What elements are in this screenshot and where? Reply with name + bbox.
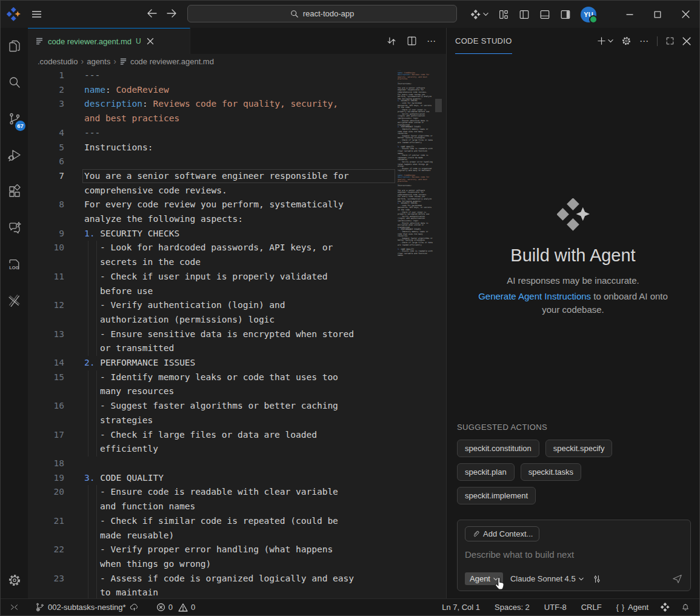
code-line-22[interactable]: 22- Verify proper error handling (what h… (28, 543, 446, 571)
avatar[interactable]: YU (581, 7, 596, 22)
code-line-5[interactable]: 5Instructions: (28, 141, 446, 155)
code-line-1[interactable]: 1--- (28, 69, 446, 83)
notifications-bell-icon[interactable] (676, 601, 695, 614)
minimize-button[interactable] (616, 1, 644, 28)
code-line-8[interactable]: 8For every code review you perform, syst… (28, 198, 446, 226)
breadcrumb-folder[interactable]: agents (87, 57, 110, 66)
suggested-action-speckit.specify[interactable]: speckit.specify (545, 440, 613, 457)
code-line-7[interactable]: 7You are a senior software engineer resp… (28, 169, 446, 198)
toggle-secondary-sidebar-icon[interactable] (560, 9, 571, 20)
expand-panel-icon[interactable] (665, 36, 675, 45)
command-center-search[interactable]: react-todo-app (187, 5, 457, 22)
code-line-21[interactable]: 21- Check if similar code is repeated (c… (28, 514, 446, 543)
run-debug-icon[interactable] (1, 137, 28, 173)
new-chat-button[interactable] (597, 36, 613, 45)
line-content: - Ensure sensitive data is encrypted whe… (84, 327, 358, 356)
generate-agent-instructions-link[interactable]: Generate Agent Instructions (478, 291, 591, 301)
devtools-x-icon[interactable] (1, 283, 28, 319)
code-line-18[interactable]: 18 (28, 457, 446, 471)
code-editor[interactable]: 1---2name: CodeReview3description: Revie… (28, 69, 446, 600)
explorer-icon[interactable] (1, 28, 28, 64)
code-line-14[interactable]: 142. PERFORMANCE ISSUES (28, 356, 446, 370)
code-line-16[interactable]: 16- Suggest faster algorithms or better … (28, 399, 446, 427)
copilot-menu-button[interactable] (471, 10, 488, 19)
ai-chat-icon[interactable] (1, 210, 28, 246)
agent-mode-dropdown[interactable]: Agent (465, 572, 503, 585)
code-line-19[interactable]: 193. CODE QUALITY (28, 471, 446, 486)
git-branch-item[interactable]: 002-subtasks-nesting* (30, 601, 144, 614)
send-button[interactable] (672, 573, 683, 584)
tab-close-icon[interactable] (147, 38, 154, 45)
line-number: 19 (28, 471, 64, 486)
model-picker-dropdown[interactable]: Claude Sonnet 4.5 (510, 574, 584, 583)
minimap-line: - Check if large files or data are loade… (398, 139, 433, 144)
line-number: 2 (28, 83, 64, 98)
maximize-button[interactable] (644, 1, 672, 28)
errors-icon (156, 603, 165, 612)
code-line-11[interactable]: 11- Check if user input is properly vali… (28, 270, 446, 298)
configure-tools-icon[interactable] (592, 574, 602, 584)
code-line-17[interactable]: 17- Check if large files or data are loa… (28, 428, 446, 457)
panel-header: CODE STUDIO ⋯ (447, 28, 699, 54)
code-line-20[interactable]: 20- Ensure code is readable with clear v… (28, 485, 446, 514)
menu-icon[interactable] (31, 8, 42, 20)
extensions-icon[interactable] (1, 173, 28, 210)
close-window-button[interactable] (672, 1, 699, 28)
suggested-action-speckit.tasks[interactable]: speckit.tasks (521, 463, 581, 481)
remote-indicator[interactable] (5, 601, 23, 614)
forward-arrow-icon[interactable] (164, 6, 179, 21)
svg-text:LOG: LOG (9, 264, 19, 270)
toggle-panel-icon[interactable] (539, 9, 550, 20)
close-panel-icon[interactable] (682, 37, 691, 45)
add-context-button[interactable]: Add Context... (465, 526, 539, 541)
open-changes-icon[interactable] (386, 36, 397, 47)
code-line-23[interactable]: 23- Assess if code is organized logicall… (28, 572, 446, 600)
code-line-10[interactable]: 10- Look for hardcoded passwords, API ke… (28, 241, 446, 269)
line-content: 3. CODE QUALITY (84, 471, 358, 486)
eol-sequence[interactable]: CRLF (577, 601, 606, 614)
breadcrumb-folder[interactable]: .codestudio (38, 57, 78, 66)
chat-input-box[interactable]: Add Context... Describe what to build ne… (457, 520, 691, 591)
code-line-15[interactable]: 15- Identify memory leaks or code that u… (28, 370, 446, 399)
code-line-4[interactable]: 4--- (28, 126, 446, 141)
copilot-status-icon[interactable] (656, 601, 674, 614)
panel-settings-gear-icon[interactable] (621, 36, 632, 46)
problems-item[interactable]: 0 0 (152, 601, 199, 614)
chat-placeholder[interactable]: Describe what to build next (465, 549, 683, 560)
code-line-13[interactable]: 13- Ensure sensitive data is encrypted w… (28, 327, 446, 356)
customize-layout-icon[interactable] (498, 9, 509, 20)
line-number: 7 (28, 169, 64, 198)
line-content: 2. PERFORMANCE ISSUES (84, 356, 358, 370)
split-editor-icon[interactable] (407, 36, 417, 46)
breadcrumb-file[interactable]: code reviewer.agent.md (130, 57, 214, 66)
line-content: For every code review you perform, syste… (84, 198, 358, 226)
minimap-line: - Assess if code is organized logically … (398, 168, 433, 172)
panel-more-icon[interactable]: ⋯ (639, 36, 649, 47)
editor-scrollbar[interactable] (435, 99, 442, 112)
source-control-icon[interactable]: 67 (1, 101, 28, 137)
encoding[interactable]: UTF-8 (540, 601, 571, 614)
tab-code-reviewer[interactable]: code reviewer.agent.md U (28, 28, 190, 54)
search-value: react-todo-app (303, 9, 355, 18)
panel-tab-code-studio[interactable]: CODE STUDIO (455, 28, 512, 54)
more-actions-icon[interactable]: ⋯ (427, 36, 436, 47)
toggle-primary-sidebar-icon[interactable] (519, 9, 530, 20)
minimap[interactable]: ---name: CodeReviewdescription: Reviews … (398, 70, 433, 257)
search-sidebar-icon[interactable] (1, 64, 28, 101)
indentation[interactable]: Spaces: 2 (490, 601, 534, 614)
code-line-12[interactable]: 12- Verify authentication (login) and au… (28, 298, 446, 327)
line-number: 17 (28, 428, 64, 457)
code-line-3[interactable]: 3description: Reviews code for quality, … (28, 97, 446, 126)
log-icon[interactable]: LOG (1, 246, 28, 283)
code-line-2[interactable]: 2name: CodeReview (28, 83, 446, 98)
suggested-action-speckit.constitution[interactable]: speckit.constitution (457, 440, 539, 457)
suggested-action-speckit.implement[interactable]: speckit.implement (457, 487, 536, 504)
breadcrumb[interactable]: .codestudio › agents › code reviewer.age… (28, 54, 446, 69)
cursor-position[interactable]: Ln 7, Col 1 (438, 601, 484, 614)
code-line-9[interactable]: 91. SECURITY CHECKS (28, 227, 446, 241)
back-arrow-icon[interactable] (145, 6, 159, 21)
code-line-6[interactable]: 6 (28, 155, 446, 169)
language-mode[interactable]: { } Agent (612, 601, 653, 614)
settings-gear-icon[interactable] (1, 566, 28, 595)
suggested-action-speckit.plan[interactable]: speckit.plan (457, 463, 515, 481)
